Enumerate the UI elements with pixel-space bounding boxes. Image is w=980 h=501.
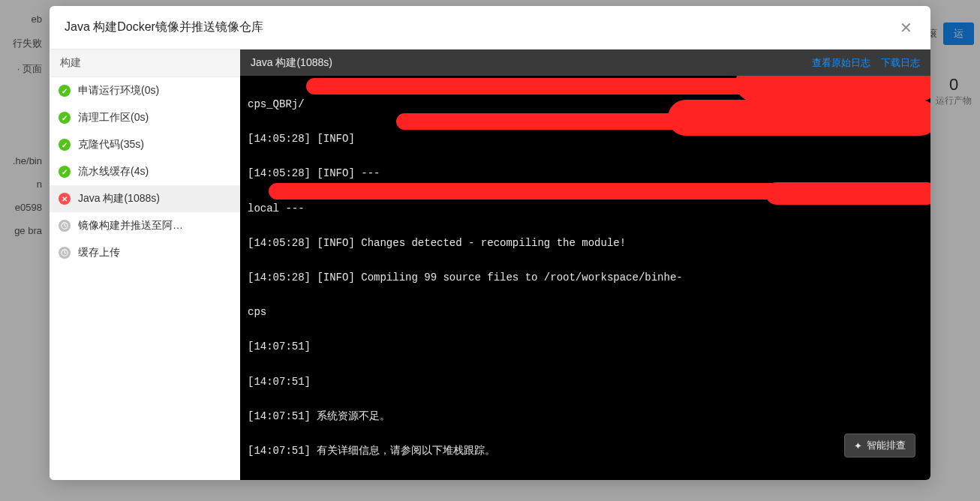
log-line: [14:07:51] [248,374,923,391]
modal-overlay: Java 构建Docker镜像并推送镜像仓库 ✕ 构建 申请运行环境(0s) 清… [0,0,980,501]
sidebar-header: 构建 [50,50,240,77]
step-label: 克隆代码(35s) [78,138,144,152]
build-log-modal: Java 构建Docker镜像并推送镜像仓库 ✕ 构建 申请运行环境(0s) 清… [50,6,930,480]
check-icon [59,85,71,97]
step-clone-code[interactable]: 克隆代码(35s) [50,131,240,158]
log-line: local --- [248,200,923,218]
step-request-env[interactable]: 申请运行环境(0s) [50,77,240,104]
modal-body: 构建 申请运行环境(0s) 清理工作区(0s) 克隆代码(35s) 流水线缓存(… [50,50,930,480]
smart-button-label: 智能排查 [867,439,906,452]
sparkle-icon: ✦ [854,440,862,452]
log-line: [14:05:28] [INFO] --- [248,165,923,182]
step-java-build[interactable]: Java 构建(1088s) [50,185,240,212]
log-header-actions: 查看原始日志 下载日志 [812,56,920,70]
log-header: Java 构建(1088s) 查看原始日志 下载日志 [240,50,930,76]
download-log-link[interactable]: 下载日志 [881,56,920,70]
redaction-bar [306,78,906,94]
step-label: 流水线缓存(4s) [78,165,149,178]
step-label: 缓存上传 [78,246,120,260]
step-pipeline-cache[interactable]: 流水线缓存(4s) [50,158,240,185]
log-line: cps l/ [248,304,923,321]
build-steps-sidebar: 构建 申请运行环境(0s) 清理工作区(0s) 克隆代码(35s) 流水线缓存(… [50,50,240,480]
clock-icon [59,220,71,232]
log-line: cps_QBRj/ l/ [248,96,923,113]
step-cache-upload[interactable]: 缓存上传 [50,239,240,266]
log-line: [14:07:51] java.lang.OutOfMemoryError: G… [248,477,923,480]
log-line: [14:07:51] 有关详细信息，请参阅以下堆栈跟踪。 [248,442,923,460]
log-line: [14:05:28] [INFO] [248,130,923,148]
check-icon [59,139,71,151]
clock-icon [59,247,71,259]
log-line: [14:05:28] [INFO] Changes detected - rec… [248,235,923,252]
step-label: Java 构建(1088s) [78,192,160,206]
log-line: [14:07:51] 系统资源不足。 [248,408,923,425]
modal-header: Java 构建Docker镜像并推送镜像仓库 ✕ [50,6,930,50]
close-icon[interactable]: ✕ [897,16,915,40]
redaction-bar [396,113,929,130]
step-clean-workspace[interactable]: 清理工作区(0s) [50,104,240,131]
view-raw-log-link[interactable]: 查看原始日志 [812,56,870,70]
step-label: 清理工作区(0s) [78,111,149,124]
step-label: 镜像构建并推送至阿… [78,219,183,232]
modal-title: Java 构建Docker镜像并推送镜像仓库 [65,20,263,35]
log-line: [14:07:51] [248,338,923,356]
log-header-title: Java 构建(1088s) [251,56,332,70]
error-icon [59,193,71,205]
smart-troubleshoot-button[interactable]: ✦ 智能排查 [844,434,915,458]
log-line: [14:05:28] [INFO] Compiling 99 source fi… [248,269,923,286]
step-image-push[interactable]: 镜像构建并推送至阿… [50,212,240,239]
redaction-bar [269,183,918,200]
check-icon [59,112,71,124]
step-label: 申请运行环境(0s) [78,84,159,98]
log-panel: Java 构建(1088s) 查看原始日志 下载日志 cps_QBRj/ [240,50,930,480]
log-output[interactable]: cps_QBRj/ l/ [14:05:28] [INFO] [14:05:28… [240,76,930,480]
check-icon [59,166,71,178]
